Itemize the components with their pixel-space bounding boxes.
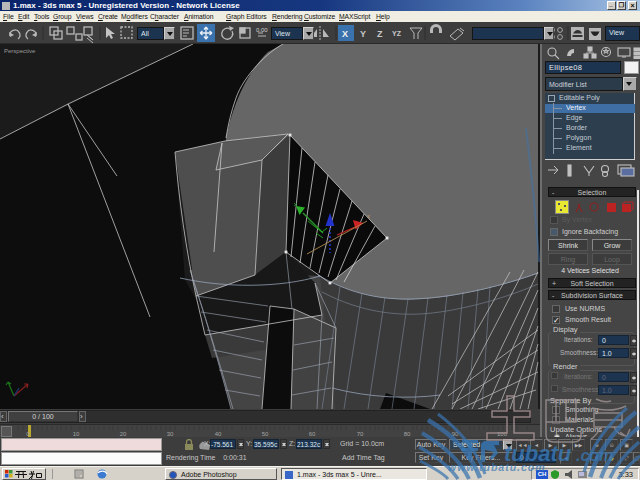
svg-text:Z: Z [377,29,383,39]
svg-text:Y: Y [360,29,366,39]
svg-text:x: x [367,213,370,219]
svg-text:X: X [342,29,348,39]
svg-text:0.00: 0.00 [256,27,268,33]
svg-text:Perspective: Perspective [4,48,36,54]
svg-text:YZ: YZ [392,30,402,37]
